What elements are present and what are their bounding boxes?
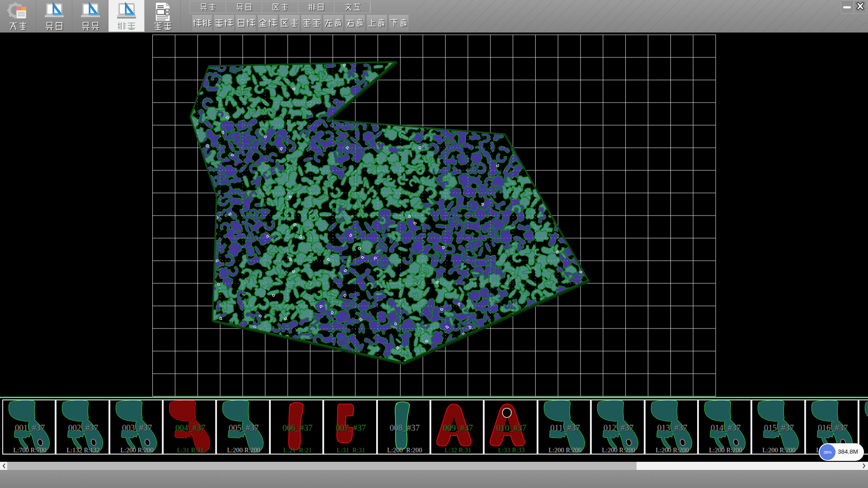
svg-text:010_#37: 010_#37 — [496, 423, 527, 432]
svg-text:013_#37: 013_#37 — [657, 423, 687, 432]
svg-text:L:200 R:200: L:200 R:200 — [120, 446, 154, 453]
svg-text:006_#37: 006_#37 — [283, 423, 313, 432]
svg-text:L:200_R:200: L:200_R:200 — [387, 446, 422, 453]
svg-text:014_#37: 014_#37 — [711, 423, 741, 432]
svg-text:005_#37: 005_#37 — [229, 423, 259, 432]
svg-text:L:21_R:21: L:21_R:21 — [283, 446, 311, 453]
svg-text:L:31_R:31: L:31_R:31 — [337, 446, 365, 453]
svg-text:L:200 R:200: L:200 R:200 — [656, 446, 689, 453]
svg-text:007_#37: 007_#37 — [336, 423, 366, 432]
svg-text:L:700 R:700: L:700 R:700 — [13, 446, 47, 453]
svg-text:L:132 R:132: L:132 R:132 — [66, 446, 100, 453]
svg-text:L:32 R:31: L:32 R:31 — [444, 446, 471, 453]
svg-text:L:200 R:200: L:200 R:200 — [602, 446, 635, 453]
svg-text:015_#37: 015_#37 — [764, 423, 794, 432]
svg-text:004_#37: 004_#37 — [175, 423, 206, 432]
svg-text:009_#37: 009_#37 — [443, 423, 473, 432]
svg-text:L:200 R:200: L:200 R:200 — [548, 446, 582, 453]
svg-text:L:200 R:200: L:200 R:200 — [227, 446, 261, 453]
svg-text:011_#37: 011_#37 — [550, 423, 580, 432]
svg-text:L:200 R:200: L:200 R:200 — [709, 446, 742, 453]
svg-text:012_#37: 012_#37 — [604, 423, 634, 432]
svg-text:L:31 R:31: L:31 R:31 — [177, 446, 203, 453]
svg-text:016_#37: 016_#37 — [818, 423, 848, 432]
svg-text:008_#37: 008_#37 — [389, 423, 420, 432]
svg-text:001_#37: 001_#37 — [15, 423, 45, 432]
svg-text:L:200 R:200: L:200 R:200 — [763, 446, 796, 453]
svg-text:002_#37: 002_#37 — [68, 423, 99, 432]
svg-text:L:33 R:33: L:33 R:33 — [498, 446, 525, 453]
svg-text:003_#37: 003_#37 — [122, 423, 152, 432]
